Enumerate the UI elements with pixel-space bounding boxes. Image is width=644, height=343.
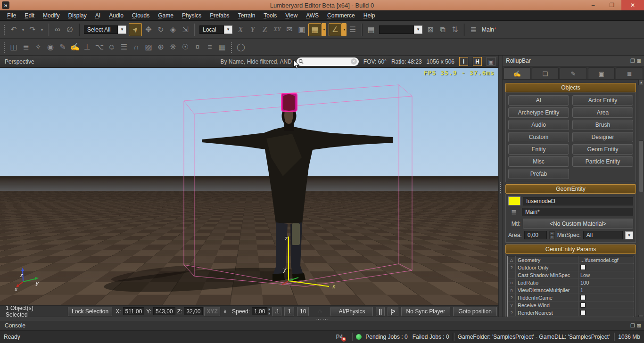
selection-filter-combo[interactable]: Select All ▼	[84, 25, 126, 34]
console-header[interactable]: Console ❐ ⊠	[0, 321, 644, 331]
float-panel-icon[interactable]: ❐	[630, 323, 635, 329]
menu-modify[interactable]: Modify	[39, 11, 64, 20]
selection-set-arrow-icon[interactable]: ▼	[414, 25, 422, 34]
mark-tool-icon[interactable]: ✧	[33, 41, 44, 53]
toolbar-grip[interactable]	[230, 41, 233, 53]
minimize-button[interactable]: –	[584, 0, 603, 10]
ratio-label[interactable]: Ratio: 48:23	[391, 58, 422, 65]
tab-layers[interactable]: ≣	[616, 67, 643, 79]
close-button[interactable]: ✕	[621, 0, 644, 10]
menu-display[interactable]: Display	[64, 11, 91, 20]
selection-filter-arrow-icon[interactable]: ▼	[118, 25, 126, 34]
object-type-actor-entity-button[interactable]: Actor Entity	[572, 95, 633, 106]
jobs-status-icon[interactable]	[356, 334, 362, 340]
snap-angle-button[interactable]: ∠	[329, 23, 342, 36]
fov-label[interactable]: FOV: 60°	[363, 58, 387, 65]
menu-clouds[interactable]: Clouds	[128, 11, 154, 20]
speed-field[interactable]: 1,00	[252, 307, 267, 315]
menu-audio[interactable]: Audio	[105, 11, 128, 20]
coord-system-combo[interactable]: Local ▼	[199, 25, 232, 34]
display-settings-icon[interactable]: ▣	[487, 57, 495, 66]
character-model[interactable]	[202, 93, 393, 281]
lighting-tool-icon[interactable]: ¤	[192, 41, 203, 53]
asset-browser-icon[interactable]: ▦	[216, 41, 228, 53]
select-terrain-icon[interactable]: ⇲	[180, 24, 191, 36]
y-coord-field[interactable]: 543,00	[153, 307, 175, 315]
scale-tool-icon[interactable]: ◈	[167, 24, 179, 36]
axis-y-button[interactable]: Y	[247, 24, 258, 36]
ruler-icon[interactable]: ☰	[347, 24, 358, 36]
scroll-up-icon[interactable]: ▲	[638, 79, 644, 85]
database-icon[interactable]: ≡	[204, 41, 215, 53]
lock-selection-button[interactable]: Lock Selection	[68, 307, 112, 316]
undo-icon[interactable]: ↶	[8, 24, 19, 36]
axis-x-button[interactable]: X	[235, 24, 246, 36]
redo-icon[interactable]: ↷	[27, 24, 38, 36]
swap-selection-icon[interactable]: ⇅	[449, 24, 461, 36]
entity-layer-field[interactable]: Main*	[522, 208, 633, 216]
param-row-receive-wind[interactable]: ? Receive Wind	[508, 302, 634, 309]
character-editor-icon[interactable]: ✍	[69, 41, 81, 53]
speed-preset-1-button[interactable]: 1	[284, 307, 294, 316]
menu-help[interactable]: Help	[359, 11, 380, 20]
tab-terrain[interactable]: ❏	[532, 67, 559, 79]
custom-material-button[interactable]: <No Custom Material>	[523, 219, 633, 229]
scroll-thumb[interactable]	[639, 140, 644, 192]
selection-list-icon[interactable]: ▤	[365, 24, 377, 36]
xyz-lock-button[interactable]: XYZ	[204, 307, 220, 316]
facial-editor-icon[interactable]: ☺	[106, 41, 117, 53]
object-type-prefab-button[interactable]: Prefab	[508, 169, 569, 179]
snap-grid-button[interactable]: ▦	[308, 23, 322, 36]
perspective-viewport[interactable]: z y x z y x FPS 35.9 - 37.6ms	[0, 68, 498, 305]
smooth-tool-icon[interactable]: ◯	[235, 41, 247, 53]
object-type-audio-button[interactable]: Audio	[508, 120, 569, 130]
object-type-entity-button[interactable]: Entity	[508, 144, 569, 155]
exclude-selection-icon[interactable]: ⊠	[425, 24, 436, 36]
menu-game[interactable]: Game	[154, 11, 178, 20]
menu-commerce[interactable]: Commerce	[323, 11, 359, 20]
minspec-dropdown-icon[interactable]: ▼	[625, 231, 633, 239]
rotate-tool-icon[interactable]: ↻	[155, 24, 166, 36]
camera-label[interactable]: Perspective	[5, 58, 34, 65]
minspec-value[interactable]: All	[583, 231, 623, 239]
toolbar-grip[interactable]	[3, 41, 6, 53]
tab-objects[interactable]: ✍	[504, 67, 531, 79]
pause-button[interactable]: ||	[376, 307, 385, 316]
terrain-editor-icon[interactable]: ⊕	[155, 41, 166, 53]
material-editor-icon[interactable]: ◉	[45, 41, 56, 53]
save-selection-icon[interactable]: ⧉	[437, 24, 448, 36]
area-field[interactable]: 0,00	[524, 231, 547, 239]
console-splitter[interactable]	[0, 317, 644, 321]
axis-z-button[interactable]: Z	[259, 24, 271, 36]
mannequin-editor-icon[interactable]: ⊥	[82, 41, 93, 53]
z-coord-field[interactable]: 32,00	[184, 307, 203, 315]
goto-position-button[interactable]: Goto position	[453, 307, 497, 316]
menu-prefabs[interactable]: Prefabs	[206, 11, 233, 20]
selection-axis-gizmo[interactable]: z y x	[282, 235, 336, 290]
hiddeningame-checkbox[interactable]	[580, 295, 586, 300]
speed-spinner[interactable]: ▲▼	[267, 307, 271, 315]
param-row-rendernearest[interactable]: ? RenderNearest	[508, 309, 634, 317]
audio-controls-icon[interactable]: ∩	[131, 41, 142, 53]
layer-editor-icon[interactable]: ≣	[20, 41, 32, 53]
param-row-outdoor-only[interactable]: ? Outdoor Only	[508, 264, 634, 271]
object-type-custom-button[interactable]: Custom	[508, 132, 569, 142]
menu-tools[interactable]: Tools	[259, 11, 281, 20]
camera-icon[interactable]: ▣	[296, 24, 307, 36]
menu-view[interactable]: View	[281, 11, 302, 20]
hypergraph-icon[interactable]: ✎	[57, 41, 68, 53]
snap-angle-dropdown-icon[interactable]: ▼	[342, 23, 347, 36]
step-button[interactable]: |>	[388, 307, 398, 316]
database-view-icon[interactable]: ◫	[8, 41, 19, 53]
info-toggle-button[interactable]: i	[459, 57, 468, 66]
coord-system-arrow-icon[interactable]: ▼	[224, 25, 232, 34]
param-row-cast-shadow[interactable]: Cast Shadow MinSpec Low	[508, 271, 634, 279]
receive-wind-checkbox[interactable]	[580, 302, 586, 308]
entity-name-field[interactable]: fusemodel3	[523, 197, 633, 205]
float-panel-icon[interactable]: ❐	[630, 58, 635, 64]
menu-ai[interactable]: AI	[91, 11, 105, 20]
outdoor-only-checkbox[interactable]	[580, 265, 586, 270]
menu-terrain[interactable]: Terrain	[234, 11, 260, 20]
object-type-archetype-entity-button[interactable]: Archetype Entity	[508, 107, 569, 118]
terrain-collision-icon[interactable]: ∴	[314, 305, 325, 317]
